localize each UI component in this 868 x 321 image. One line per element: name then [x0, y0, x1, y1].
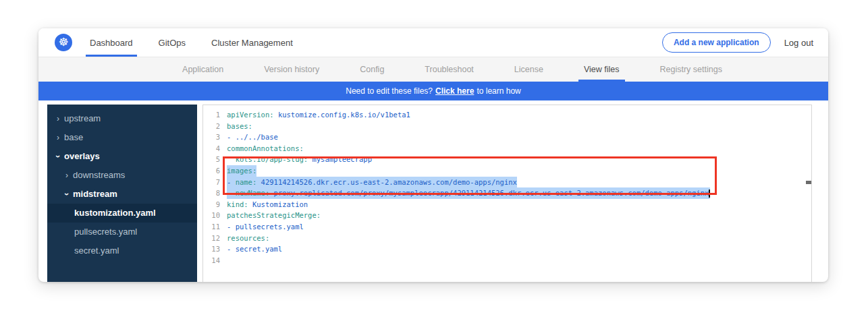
code-line-12: 12resources: — [203, 233, 811, 244]
line-number: 14 — [203, 255, 220, 266]
tree-item-label: kustomization.yaml — [74, 208, 156, 218]
banner-text-prefix: Need to edit these files? — [346, 86, 433, 96]
tree-file-pullsecrets-yaml[interactable]: pullsecrets.yaml — [47, 223, 197, 241]
app-subnav: ApplicationVersion historyConfigTroubles… — [38, 57, 828, 82]
logout-link[interactable]: Log out — [784, 38, 813, 48]
line-number: 1 — [203, 109, 220, 121]
page-background: ☸ DashboardGitOpsCluster Management Add … — [0, 0, 868, 321]
top-nav-tabs: DashboardGitOpsCluster Management — [86, 28, 315, 57]
scrollbar-thumb[interactable] — [806, 181, 812, 184]
top-nav-actions: Add a new application Log out — [662, 28, 828, 57]
code-line-5: 5 kots.io/app-slug: mysampleecrapp — [203, 154, 811, 165]
top-tab-cluster-management[interactable]: Cluster Management — [207, 28, 297, 57]
line-number: 9 — [203, 199, 220, 210]
code-line-3: 3- ../../base — [203, 132, 811, 143]
subnav-tab-application[interactable]: Application — [177, 57, 229, 82]
code-line-13: 13- secret.yaml — [203, 243, 811, 255]
top-tab-dashboard[interactable]: Dashboard — [86, 28, 137, 57]
tree-folder-overlays[interactable]: ›overlays — [47, 147, 197, 166]
code-line-8: 8 newName: proxy.replicated.com/proxy/my… — [203, 187, 811, 199]
code-line-6: 6images: — [203, 165, 811, 177]
line-number: 4 — [203, 143, 220, 154]
file-tree: ›upstream›base›overlays›downstreams›mids… — [47, 105, 197, 282]
tree-folder-downstreams[interactable]: ›downstreams — [47, 166, 197, 185]
code-text: - pullsecrets.yaml — [227, 221, 304, 233]
code-line-2: 2bases: — [203, 121, 811, 132]
banner-text-suffix: to learn how — [477, 86, 520, 96]
line-number: 8 — [203, 187, 220, 199]
code-text: patchesStrategicMerge: — [227, 210, 321, 221]
subnav-tab-view-files[interactable]: View files — [578, 57, 625, 82]
subnav-tab-config[interactable]: Config — [354, 57, 389, 82]
code-text: commonAnnotations: — [227, 143, 304, 154]
line-number: 11 — [203, 221, 220, 233]
subnav-tab-troubleshoot[interactable]: Troubleshoot — [419, 57, 479, 82]
admin-console-window: ☸ DashboardGitOpsCluster Management Add … — [38, 28, 828, 282]
tree-file-secret-yaml[interactable]: secret.yaml — [47, 241, 197, 260]
code-text: - secret.yaml — [227, 243, 282, 255]
code-text: resources: — [227, 233, 269, 244]
add-new-application-button[interactable]: Add a new application — [662, 32, 771, 53]
code-text: - name: 429114214526.dkr.ecr.us-east-2.a… — [227, 177, 517, 188]
chevron-right-icon: › — [57, 128, 59, 147]
edit-files-banner: Need to edit these files? Click here to … — [38, 82, 828, 100]
kubernetes-logo-icon: ☸ — [55, 34, 72, 51]
line-number: 6 — [203, 165, 220, 177]
line-number: 5 — [203, 154, 220, 165]
tree-item-label: pullsecrets.yaml — [74, 227, 137, 237]
tree-item-label: overlays — [64, 151, 100, 161]
code-text: images: — [227, 165, 256, 177]
code-editor[interactable]: 1apiVersion: kustomize.config.k8s.io/v1b… — [202, 105, 812, 282]
subnav-tab-license[interactable]: License — [509, 57, 549, 82]
code-line-7: 7- name: 429114214526.dkr.ecr.us-east-2.… — [203, 177, 811, 188]
tree-folder-upstream[interactable]: ›upstream — [47, 109, 197, 128]
line-number: 2 — [203, 121, 220, 132]
code-line-4: 4commonAnnotations: — [203, 143, 811, 154]
tree-item-label: upstream — [64, 113, 101, 123]
line-number: 10 — [203, 210, 220, 221]
code-line-11: 11- pullsecrets.yaml — [203, 221, 811, 233]
code-text: apiVersion: kustomize.config.k8s.io/v1be… — [227, 109, 410, 121]
subnav-tab-registry-settings[interactable]: Registry settings — [655, 57, 728, 82]
tree-item-label: downstreams — [73, 170, 125, 180]
tree-item-label: midstream — [73, 189, 117, 199]
line-number: 7 — [203, 177, 220, 188]
line-number: 13 — [203, 243, 220, 255]
code-text: newName: proxy.replicated.com/proxy/mysa… — [227, 187, 710, 199]
code-text: kots.io/app-slug: mysampleecrapp — [227, 154, 372, 165]
chevron-right-icon: › — [57, 109, 59, 128]
code-text: - ../../base — [227, 132, 278, 143]
click-here-link[interactable]: Click here — [435, 86, 474, 96]
code-text: bases: — [227, 121, 252, 132]
text-cursor — [709, 189, 710, 198]
app-subnav-tabs: ApplicationVersion historyConfigTroubles… — [162, 57, 742, 82]
subnav-tab-version-history[interactable]: Version history — [259, 57, 325, 82]
code-line-14: 14 — [203, 255, 811, 266]
tree-item-label: secret.yaml — [74, 245, 119, 256]
tree-folder-base[interactable]: ›base — [47, 128, 197, 147]
code-text: kind: Kustomization — [227, 199, 308, 210]
code-line-9: 9kind: Kustomization — [203, 199, 811, 210]
code-lines: 1apiVersion: kustomize.config.k8s.io/v1b… — [203, 105, 811, 266]
chevron-right-icon: › — [65, 166, 68, 185]
line-number: 3 — [203, 132, 220, 143]
code-line-1: 1apiVersion: kustomize.config.k8s.io/v1b… — [203, 109, 811, 121]
top-tab-gitops[interactable]: GitOps — [155, 28, 190, 57]
tree-item-label: base — [64, 132, 83, 142]
code-line-10: 10patchesStrategicMerge: — [203, 210, 811, 221]
view-files-content: ›upstream›base›overlays›downstreams›mids… — [38, 100, 828, 282]
tree-folder-midstream[interactable]: ›midstream — [47, 185, 197, 204]
chevron-down-icon: › — [49, 155, 67, 158]
chevron-down-icon: › — [57, 193, 76, 196]
top-nav: ☸ DashboardGitOpsCluster Management Add … — [38, 28, 828, 57]
tree-file-kustomization-yaml[interactable]: kustomization.yaml — [47, 204, 197, 223]
line-number: 12 — [203, 233, 220, 244]
